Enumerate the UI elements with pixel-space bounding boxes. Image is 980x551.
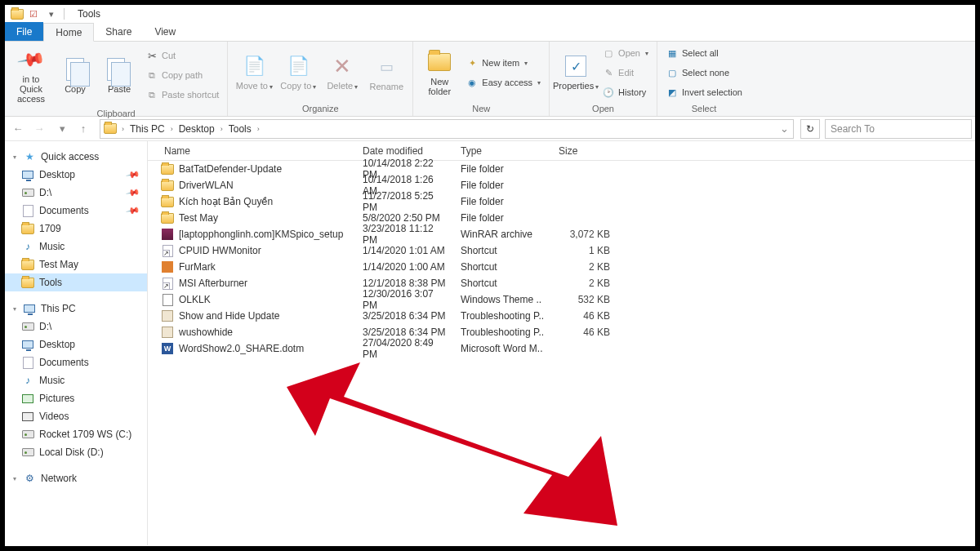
sidebar-item-pc-d[interactable]: D:\ bbox=[5, 318, 147, 335]
cut-button[interactable]: ✂Cut bbox=[142, 47, 222, 64]
sidebar-item-desktop[interactable]: Desktop📌 bbox=[5, 166, 147, 184]
column-name[interactable]: Name bbox=[148, 145, 356, 157]
move-to-button[interactable]: 📄Move to▾ bbox=[233, 50, 275, 96]
file-icon bbox=[161, 293, 174, 306]
sidebar-item-tools[interactable]: Tools bbox=[5, 273, 147, 291]
file-row[interactable]: Show and Hide Update3/25/2018 6:34 PMTro… bbox=[148, 308, 975, 324]
invert-selection-button[interactable]: ◩Invert selection bbox=[662, 83, 746, 101]
file-icon bbox=[161, 277, 174, 290]
sidebar-item-documents[interactable]: Documents📌 bbox=[5, 202, 147, 220]
history-button[interactable]: 🕑History bbox=[599, 83, 652, 101]
column-date[interactable]: Date modified bbox=[356, 145, 454, 157]
rename-button[interactable]: ▭Rename bbox=[365, 51, 408, 95]
file-row[interactable]: DriverWLAN10/14/2018 1:26 AMFile folder bbox=[148, 177, 975, 193]
file-row[interactable]: CPUID HWMonitor1/14/2020 1:01 AMShortcut… bbox=[148, 242, 975, 259]
file-type: Microsoft Word M.. bbox=[454, 343, 552, 354]
file-type: File folder bbox=[454, 180, 552, 191]
breadcrumb-desktop[interactable]: Desktop bbox=[176, 123, 217, 135]
sidebar-network[interactable]: ⚙Network bbox=[5, 469, 147, 487]
sidebar-item-testmay[interactable]: Test May bbox=[5, 256, 147, 273]
ribbon: 📌 in to Quick access Copy Paste ✂Cut ⧉Co… bbox=[5, 42, 975, 117]
sidebar-item-pc-local[interactable]: Local Disk (D:) bbox=[5, 443, 147, 461]
copy-to-button[interactable]: 📄Copy to▾ bbox=[277, 50, 319, 96]
open-icon: ▢ bbox=[602, 47, 615, 60]
file-row[interactable]: OLKLK12/30/2016 3:07 PMWindows Theme ..5… bbox=[148, 291, 975, 308]
pin-to-quick-access-button[interactable]: 📌 in to Quick access bbox=[10, 43, 52, 107]
copy-path-button[interactable]: ⧉Copy path bbox=[142, 66, 222, 84]
file-type: File folder bbox=[454, 163, 552, 175]
sidebar-item-pc-videos[interactable]: Videos bbox=[5, 407, 147, 425]
file-row[interactable]: FurMark1/14/2020 1:00 AMShortcut2 KB bbox=[148, 259, 975, 275]
sidebar-item-pc-rocket[interactable]: Rocket 1709 WS (C:) bbox=[5, 425, 147, 443]
file-row[interactable]: wushowhide3/25/2018 6:34 PMTroubleshooti… bbox=[148, 324, 975, 340]
group-organize: 📄Move to▾ 📄Copy to▾ ✕Delete▾ ▭Rename Org… bbox=[228, 42, 413, 116]
refresh-button[interactable]: ↻ bbox=[800, 119, 820, 139]
chevron-right-icon[interactable]: › bbox=[169, 125, 175, 133]
chevron-right-icon[interactable]: › bbox=[219, 125, 225, 133]
tab-home[interactable]: Home bbox=[43, 23, 94, 42]
window-title: Tools bbox=[78, 8, 100, 20]
column-size[interactable]: Size bbox=[552, 145, 617, 157]
open-button[interactable]: ▢Open▾ bbox=[599, 44, 652, 62]
group-select: ▦Select all ▢Select none ◩Invert selecti… bbox=[657, 42, 751, 116]
properties-button[interactable]: ✓Properties▾ bbox=[555, 50, 597, 96]
sidebar-this-pc[interactable]: This PC bbox=[5, 300, 147, 318]
file-name: OLKLK bbox=[179, 294, 211, 305]
new-item-button[interactable]: ✦New item▾ bbox=[462, 54, 544, 72]
folder-qat-icon[interactable] bbox=[10, 7, 24, 21]
file-name: [laptopphonglinh.com]KMSpico_setup bbox=[179, 229, 343, 240]
breadcrumb-thispc[interactable]: This PC bbox=[127, 123, 167, 135]
search-input[interactable]: Search To bbox=[825, 119, 972, 139]
folder-icon bbox=[21, 224, 34, 234]
file-icon bbox=[161, 162, 174, 176]
tab-view[interactable]: View bbox=[143, 22, 187, 41]
back-button[interactable]: ← bbox=[8, 119, 28, 139]
selectnone-icon: ▢ bbox=[666, 66, 679, 79]
sidebar-item-music[interactable]: ♪Music bbox=[5, 238, 147, 256]
breadcrumb-tools[interactable]: Tools bbox=[226, 123, 254, 135]
new-folder-button[interactable]: New folder bbox=[418, 46, 461, 100]
tab-file[interactable]: File bbox=[5, 22, 43, 41]
address-dropdown-icon[interactable]: ⌄ bbox=[777, 119, 791, 139]
chevron-right-icon[interactable]: › bbox=[120, 125, 126, 133]
delete-button[interactable]: ✕Delete▾ bbox=[321, 50, 363, 96]
up-button[interactable]: ↑ bbox=[74, 119, 93, 139]
file-name: wushowhide bbox=[179, 327, 233, 338]
select-all-button[interactable]: ▦Select all bbox=[662, 44, 746, 62]
sidebar-item-pc-desktop[interactable]: Desktop bbox=[5, 335, 147, 353]
column-type[interactable]: Type bbox=[454, 145, 552, 157]
edit-button[interactable]: ✎Edit bbox=[599, 64, 652, 82]
easy-access-button[interactable]: ◉Easy access▾ bbox=[462, 73, 544, 91]
tab-share[interactable]: Share bbox=[94, 22, 143, 41]
qat-dropdown-icon[interactable]: ▾ bbox=[44, 7, 59, 21]
file-row[interactable]: MSI Afterburner12/1/2018 8:38 PMShortcut… bbox=[148, 275, 975, 291]
file-row[interactable]: Test May5/8/2020 2:50 PMFile folder bbox=[148, 210, 975, 226]
file-row[interactable]: BatTatDefender-Update10/14/2018 2:22 PMF… bbox=[148, 161, 975, 177]
address-bar[interactable]: › This PC › Desktop › Tools › ⌄ bbox=[100, 119, 794, 139]
file-row[interactable]: WWordShow2.0_SHARE.dotm27/04/2020 8:49 P… bbox=[148, 340, 975, 357]
sidebar-item-d[interactable]: D:\📌 bbox=[5, 184, 147, 202]
chevron-right-icon[interactable]: › bbox=[256, 125, 261, 133]
select-none-button[interactable]: ▢Select none bbox=[662, 64, 746, 82]
file-type: File folder bbox=[454, 196, 552, 207]
nav-history-dropdown[interactable]: ▾ bbox=[52, 119, 72, 139]
sidebar-item-pc-documents[interactable]: Documents bbox=[5, 353, 147, 371]
sidebar-item-1709[interactable]: 1709 bbox=[5, 220, 147, 238]
file-date: 1/14/2020 1:00 AM bbox=[356, 261, 454, 273]
music-icon: ♪ bbox=[21, 240, 34, 253]
file-row[interactable]: [laptopphonglinh.com]KMSpico_setup3/23/2… bbox=[148, 226, 975, 242]
properties-qat-icon[interactable]: ☑ bbox=[26, 7, 41, 21]
paste-button[interactable]: Paste bbox=[98, 53, 140, 97]
file-row[interactable]: Kích hoạt Bản Quyền11/27/2018 5:25 PMFil… bbox=[148, 193, 975, 210]
paste-shortcut-button[interactable]: ⧉Paste shortcut bbox=[142, 86, 222, 104]
copy-button[interactable]: Copy bbox=[54, 53, 96, 97]
file-type: Shortcut bbox=[454, 245, 552, 256]
ribbon-tabs: File Home Share View bbox=[5, 23, 975, 42]
desktop-icon bbox=[22, 340, 33, 349]
pc-icon bbox=[24, 304, 35, 313]
file-name: WordShow2.0_SHARE.dotm bbox=[179, 343, 304, 354]
sidebar-item-pc-pictures[interactable]: Pictures bbox=[5, 389, 147, 407]
forward-button[interactable]: → bbox=[29, 119, 49, 139]
sidebar-item-pc-music[interactable]: ♪Music bbox=[5, 371, 147, 389]
sidebar-quick-access[interactable]: ★Quick access bbox=[5, 148, 147, 166]
